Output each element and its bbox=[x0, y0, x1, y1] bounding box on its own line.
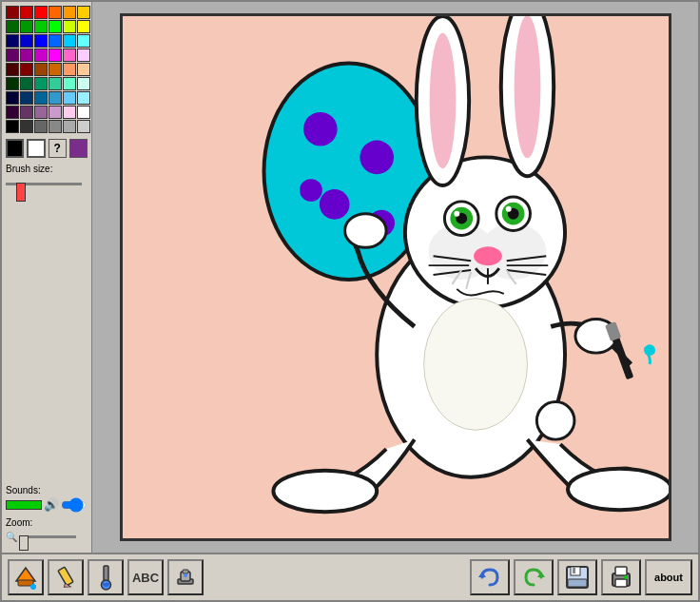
color-swatch[interactable] bbox=[6, 20, 19, 33]
color-swatch[interactable] bbox=[20, 34, 33, 48]
pencil-tool[interactable] bbox=[48, 559, 84, 595]
print-button[interactable] bbox=[601, 559, 641, 595]
color-swatch[interactable] bbox=[77, 77, 90, 90]
color-swatch[interactable] bbox=[77, 20, 90, 33]
stamp-tool[interactable] bbox=[167, 559, 204, 595]
svg-point-2 bbox=[303, 112, 338, 146]
color-swatch[interactable] bbox=[63, 120, 76, 133]
color-swatch[interactable] bbox=[20, 20, 33, 33]
svg-point-22 bbox=[505, 206, 511, 212]
color-swatch[interactable] bbox=[49, 20, 62, 33]
color-swatch[interactable] bbox=[63, 63, 76, 76]
drawing-canvas[interactable] bbox=[120, 13, 671, 541]
color-swatch[interactable] bbox=[34, 120, 48, 133]
color-swatch[interactable] bbox=[77, 106, 90, 119]
redo-button[interactable] bbox=[514, 559, 554, 595]
brush-size-slider[interactable] bbox=[6, 176, 82, 191]
sound-slider[interactable] bbox=[61, 499, 88, 511]
color-swatch[interactable] bbox=[34, 63, 48, 76]
paint-bucket-icon bbox=[12, 564, 39, 591]
color-swatch[interactable] bbox=[6, 77, 19, 90]
color-swatch[interactable] bbox=[77, 91, 90, 105]
color-swatch[interactable] bbox=[20, 120, 33, 133]
color-swatch[interactable] bbox=[77, 49, 90, 62]
svg-rect-42 bbox=[58, 567, 73, 586]
svg-point-3 bbox=[360, 141, 394, 175]
color-swatch[interactable] bbox=[63, 34, 76, 48]
main-area: ? Brush size: Sounds: 🔊 Zo bbox=[2, 2, 698, 553]
color-swatch[interactable] bbox=[63, 91, 76, 105]
color-swatch[interactable] bbox=[49, 6, 62, 19]
pencil-icon bbox=[52, 564, 79, 591]
color-question-btn[interactable]: ? bbox=[49, 139, 67, 158]
svg-point-18 bbox=[454, 211, 459, 217]
paint-bucket-tool[interactable] bbox=[8, 559, 44, 595]
svg-point-4 bbox=[319, 189, 349, 220]
color-swatch[interactable] bbox=[63, 106, 76, 119]
color-swatch[interactable] bbox=[6, 91, 19, 105]
sound-control: 🔊 bbox=[6, 497, 88, 512]
svg-rect-44 bbox=[104, 566, 108, 581]
color-swatch[interactable] bbox=[63, 6, 76, 19]
color-swatch[interactable] bbox=[20, 106, 33, 119]
undo-button[interactable] bbox=[470, 559, 510, 595]
zoom-slider[interactable] bbox=[19, 530, 76, 543]
color-swatch[interactable] bbox=[63, 20, 76, 33]
color-swatch[interactable] bbox=[77, 63, 90, 76]
color-swatch[interactable] bbox=[63, 49, 76, 62]
color-white-swatch[interactable] bbox=[27, 139, 45, 158]
color-black-swatch[interactable] bbox=[6, 139, 24, 158]
color-swatch[interactable] bbox=[6, 34, 19, 48]
sounds-section: Sounds: 🔊 bbox=[6, 485, 88, 512]
sounds-label: Sounds: bbox=[6, 485, 88, 495]
about-label: about bbox=[654, 572, 683, 583]
color-swatch[interactable] bbox=[34, 34, 48, 48]
zoom-control: 🔍 bbox=[6, 530, 88, 543]
color-swatch[interactable] bbox=[49, 34, 62, 48]
color-swatch[interactable] bbox=[49, 120, 62, 133]
svg-point-38 bbox=[536, 402, 574, 440]
color-swatch[interactable] bbox=[34, 6, 48, 19]
save-icon bbox=[564, 564, 591, 591]
svg-point-41 bbox=[30, 584, 36, 590]
color-swatch[interactable] bbox=[6, 106, 19, 119]
color-swatch[interactable] bbox=[34, 20, 48, 33]
color-swatch[interactable] bbox=[20, 63, 33, 76]
color-swatch[interactable] bbox=[6, 49, 19, 62]
color-swatch[interactable] bbox=[49, 106, 62, 119]
brush-tool[interactable] bbox=[88, 559, 124, 595]
color-custom-swatch[interactable] bbox=[69, 139, 88, 158]
color-swatch[interactable] bbox=[20, 77, 33, 90]
svg-point-59 bbox=[624, 575, 628, 579]
color-swatch[interactable] bbox=[49, 63, 62, 76]
stamp-icon bbox=[172, 564, 199, 591]
svg-point-35 bbox=[273, 471, 377, 513]
color-swatch[interactable] bbox=[49, 91, 62, 105]
svg-point-49 bbox=[184, 573, 187, 577]
color-swatch[interactable] bbox=[77, 34, 90, 48]
color-swatch[interactable] bbox=[6, 6, 19, 19]
svg-rect-48 bbox=[183, 570, 188, 573]
color-swatch[interactable] bbox=[34, 106, 48, 119]
svg-rect-58 bbox=[615, 579, 627, 587]
color-swatch[interactable] bbox=[77, 120, 90, 133]
color-swatch[interactable] bbox=[49, 49, 62, 62]
color-swatch[interactable] bbox=[49, 77, 62, 90]
text-tool[interactable]: ABC bbox=[127, 559, 164, 595]
about-button[interactable]: about bbox=[645, 559, 692, 595]
svg-marker-39 bbox=[16, 568, 35, 581]
color-swatch[interactable] bbox=[20, 6, 33, 19]
color-swatch[interactable] bbox=[34, 49, 48, 62]
color-swatch[interactable] bbox=[63, 77, 76, 90]
color-swatch[interactable] bbox=[6, 120, 19, 133]
sound-bar bbox=[6, 500, 42, 510]
color-swatch[interactable] bbox=[6, 63, 19, 76]
color-swatch[interactable] bbox=[77, 6, 90, 19]
color-swatch[interactable] bbox=[20, 49, 33, 62]
color-swatch[interactable] bbox=[20, 91, 33, 105]
svg-point-37 bbox=[423, 299, 527, 430]
color-swatch[interactable] bbox=[34, 77, 48, 90]
color-swatch[interactable] bbox=[34, 91, 48, 105]
sound-icon: 🔊 bbox=[44, 497, 59, 512]
save-button[interactable] bbox=[557, 559, 597, 595]
